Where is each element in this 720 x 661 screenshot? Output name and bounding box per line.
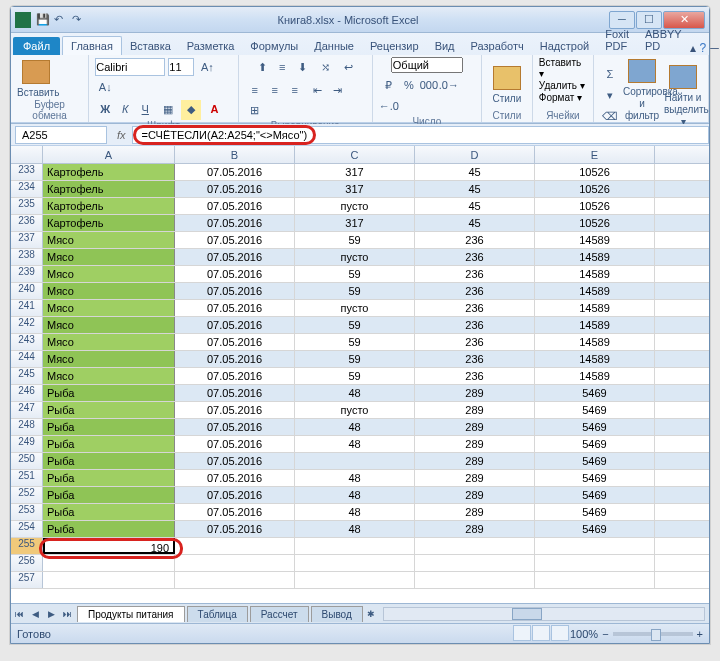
row-header[interactable]: 240 [11, 283, 43, 299]
cell[interactable]: Мясо [43, 334, 175, 350]
cell[interactable]: пусто [295, 300, 415, 316]
new-sheet-icon[interactable]: ✱ [363, 606, 379, 622]
cell[interactable]: 10526 [535, 215, 655, 231]
font-color-icon[interactable]: A [204, 99, 224, 119]
format-cells-button[interactable]: Формат ▾ [539, 92, 582, 103]
wrap-icon[interactable]: ↩ [338, 58, 358, 78]
cell[interactable]: 45 [415, 181, 535, 197]
sheet-nav-last-icon[interactable]: ⏭ [59, 606, 75, 622]
row-header[interactable]: 250 [11, 453, 43, 469]
align-top-icon[interactable]: ⬆ [252, 58, 272, 78]
cell[interactable]: 236 [415, 232, 535, 248]
cell[interactable]: 236 [415, 283, 535, 299]
fill-icon[interactable]: ▾ [600, 85, 620, 105]
cell[interactable]: 48 [295, 487, 415, 503]
row-header[interactable]: 252 [11, 487, 43, 503]
cell[interactable]: 317 [295, 215, 415, 231]
table-row[interactable]: 235Картофель07.05.2016пусто4510526 [11, 198, 709, 215]
cell[interactable]: 59 [295, 351, 415, 367]
table-row[interactable]: 243Мясо07.05.20165923614589 [11, 334, 709, 351]
table-row[interactable]: 247Рыба07.05.2016пусто2895469 [11, 402, 709, 419]
cell[interactable]: 45 [415, 164, 535, 180]
cell[interactable]: 14589 [535, 317, 655, 333]
tab-layout[interactable]: Разметка [179, 37, 243, 55]
tab-view[interactable]: Вид [427, 37, 463, 55]
zoom-slider[interactable] [613, 632, 693, 636]
formula-input[interactable]: =СЧЁТЕСЛИ(A2:A254;"<>Мясо") [132, 126, 709, 144]
table-row[interactable]: 251Рыба07.05.2016482895469 [11, 470, 709, 487]
zoom-level[interactable]: 100% [570, 628, 598, 640]
cell[interactable]: 45 [415, 215, 535, 231]
sheet-tab-3[interactable]: Вывод [311, 606, 363, 622]
cell[interactable]: 14589 [535, 334, 655, 350]
cell[interactable]: 289 [415, 436, 535, 452]
cell[interactable]: Мясо [43, 351, 175, 367]
cell[interactable]: 289 [415, 504, 535, 520]
cell[interactable]: 14589 [535, 351, 655, 367]
cell[interactable]: 14589 [535, 283, 655, 299]
cell[interactable]: Картофель [43, 181, 175, 197]
table-row[interactable]: 240Мясо07.05.20165923614589 [11, 283, 709, 300]
col-header-a[interactable]: A [43, 146, 175, 163]
cell[interactable]: 07.05.2016 [175, 215, 295, 231]
save-icon[interactable]: 💾 [35, 12, 51, 28]
help-icon[interactable]: ? [700, 41, 707, 55]
inc-decimal-icon[interactable]: .0→ [439, 75, 459, 95]
cell[interactable]: 07.05.2016 [175, 368, 295, 384]
row-header[interactable]: 233 [11, 164, 43, 180]
row-header[interactable]: 257 [11, 572, 43, 588]
italic-icon[interactable]: К [115, 99, 135, 119]
col-header-c[interactable]: C [295, 146, 415, 163]
table-row[interactable]: 242Мясо07.05.20165923614589 [11, 317, 709, 334]
cell[interactable]: 59 [295, 317, 415, 333]
cell[interactable]: 48 [295, 436, 415, 452]
view-break-icon[interactable] [551, 625, 569, 641]
underline-icon[interactable]: Ч [135, 99, 155, 119]
cell[interactable]: 289 [415, 521, 535, 537]
percent-icon[interactable]: % [399, 75, 419, 95]
zoom-out-icon[interactable]: − [602, 628, 608, 640]
cell[interactable]: Рыба [43, 385, 175, 401]
row-header[interactable]: 246 [11, 385, 43, 401]
cell[interactable]: Рыба [43, 470, 175, 486]
row-header[interactable]: 236 [11, 215, 43, 231]
table-row[interactable]: 254Рыба07.05.2016482895469 [11, 521, 709, 538]
row-header[interactable]: 238 [11, 249, 43, 265]
view-normal-icon[interactable] [513, 625, 531, 641]
row-header[interactable]: 256 [11, 555, 43, 571]
align-left-icon[interactable]: ≡ [245, 80, 265, 100]
cell[interactable]: 07.05.2016 [175, 402, 295, 418]
cell[interactable]: 07.05.2016 [175, 521, 295, 537]
tab-insert[interactable]: Вставка [122, 37, 179, 55]
row-header[interactable]: 235 [11, 198, 43, 214]
cell[interactable]: 48 [295, 521, 415, 537]
col-header-e[interactable]: E [535, 146, 655, 163]
cell[interactable]: 236 [415, 300, 535, 316]
name-box[interactable]: A255 [15, 126, 107, 144]
cell[interactable]: 5469 [535, 470, 655, 486]
table-row[interactable]: 253Рыба07.05.2016482895469 [11, 504, 709, 521]
indent-inc-icon[interactable]: ⇥ [328, 80, 348, 100]
cell[interactable]: 59 [295, 368, 415, 384]
horizontal-scrollbar[interactable] [383, 607, 705, 621]
col-header-b[interactable]: B [175, 146, 295, 163]
row-header[interactable]: 251 [11, 470, 43, 486]
cell[interactable]: Мясо [43, 300, 175, 316]
grow-font-icon[interactable]: A↑ [197, 57, 217, 77]
undo-icon[interactable]: ↶ [53, 12, 69, 28]
styles-button[interactable]: Стили [488, 64, 526, 104]
cell[interactable]: 59 [295, 232, 415, 248]
cell[interactable]: 07.05.2016 [175, 504, 295, 520]
clear-icon[interactable]: ⌫ [600, 106, 620, 126]
row-header[interactable]: 253 [11, 504, 43, 520]
table-row[interactable]: 252Рыба07.05.2016482895469 [11, 487, 709, 504]
cell[interactable]: 45 [415, 198, 535, 214]
cell[interactable]: 10526 [535, 164, 655, 180]
tab-foxit[interactable]: Foxit PDF [597, 25, 637, 55]
row-header[interactable]: 254 [11, 521, 43, 537]
sheet-tab-active[interactable]: Продукты питания [77, 606, 185, 622]
cell[interactable]: 07.05.2016 [175, 232, 295, 248]
cell[interactable]: 10526 [535, 181, 655, 197]
tab-abbyy[interactable]: ABBYY PD [637, 25, 690, 55]
merge-icon[interactable]: ⊞ [245, 100, 265, 120]
